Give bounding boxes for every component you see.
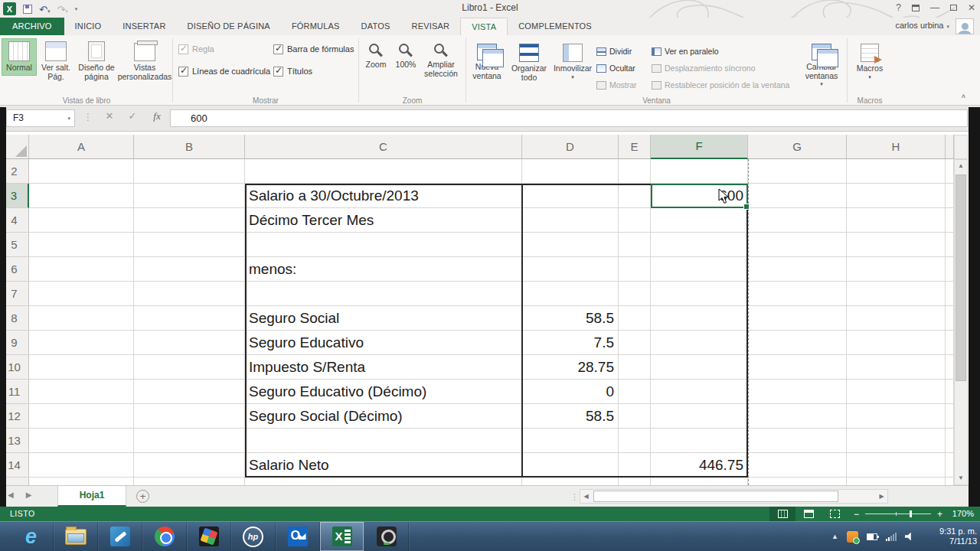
cell-C8[interactable]: Seguro Social xyxy=(245,306,522,331)
cell-B9[interactable] xyxy=(134,331,245,355)
column-header-C[interactable]: C xyxy=(245,135,522,159)
customize-toolbar-icon[interactable]: ▾ xyxy=(75,6,78,12)
cell-F5[interactable] xyxy=(651,233,748,257)
cell-B5[interactable] xyxy=(134,233,245,257)
cell-D12[interactable]: 58.5 xyxy=(522,404,619,429)
scroll-down-icon[interactable]: ▼ xyxy=(955,472,967,484)
help-icon[interactable]: ? xyxy=(896,2,901,14)
cell-F8[interactable] xyxy=(651,306,748,331)
checkbox-barra-de-formulas[interactable]: Barra de fórmulas xyxy=(273,41,354,57)
cell-H11[interactable] xyxy=(847,380,946,404)
cell-A3[interactable] xyxy=(29,184,134,208)
cell-H2[interactable] xyxy=(847,159,946,184)
vertical-scrollbar[interactable]: ▲ ▼ xyxy=(954,159,968,485)
cell-A8[interactable] xyxy=(29,306,134,331)
taskbar-internet-explorer[interactable]: e xyxy=(9,522,54,551)
cell-D8[interactable]: 58.5 xyxy=(522,306,619,331)
cell-G12[interactable] xyxy=(748,404,847,429)
cell-F4[interactable] xyxy=(651,208,748,233)
cell-C13[interactable] xyxy=(245,429,522,453)
name-box[interactable]: F3 ▾ xyxy=(6,109,75,127)
cell-G2[interactable] xyxy=(748,159,847,184)
cell-D14[interactable] xyxy=(522,453,619,478)
name-box-dropdown-icon[interactable]: ▾ xyxy=(67,116,70,122)
cell-G6[interactable] xyxy=(748,257,847,282)
cell-B4[interactable] xyxy=(134,208,245,233)
insert-function-icon[interactable]: fx xyxy=(148,110,166,122)
cell-C11[interactable]: Seguro Educativo (Décimo) xyxy=(245,380,522,404)
cell-E4[interactable] xyxy=(619,208,651,233)
taskbar-hp-support[interactable]: hp xyxy=(231,522,276,551)
cell-E13[interactable] xyxy=(619,429,651,453)
cell-B10[interactable] xyxy=(134,355,245,380)
cell-H7[interactable] xyxy=(847,282,946,306)
minimize-icon[interactable]: — xyxy=(930,2,939,14)
cell-E9[interactable] xyxy=(619,331,651,355)
cell-D10[interactable]: 28.75 xyxy=(522,355,619,380)
zoom-100-button[interactable]: 100% xyxy=(392,38,420,73)
cell-C2[interactable] xyxy=(245,159,522,184)
cell-D9[interactable]: 7.5 xyxy=(522,331,619,355)
cell-C3[interactable]: Salario a 30/Octubre/2013 xyxy=(245,184,522,208)
page-break-view-shortcut[interactable] xyxy=(822,507,848,521)
cell-F14[interactable]: 446.75 xyxy=(651,453,748,478)
scrollbar-splitter[interactable]: ⋮ xyxy=(570,492,579,502)
cell-H4[interactable] xyxy=(847,208,946,233)
battery-icon[interactable] xyxy=(867,533,877,540)
cell-H6[interactable] xyxy=(847,257,946,282)
cell-A15[interactable] xyxy=(29,478,134,485)
cell-F3[interactable]: 600 xyxy=(651,184,748,208)
tab-vista[interactable]: VISTA xyxy=(460,18,508,35)
new-sheet-icon[interactable]: + xyxy=(136,490,149,503)
vertical-scrollbar-thumb[interactable] xyxy=(956,174,966,381)
cell-G4[interactable] xyxy=(748,208,847,233)
cell-E15[interactable] xyxy=(619,478,651,485)
cell-F11[interactable] xyxy=(651,380,748,404)
cell-G10[interactable] xyxy=(748,355,847,380)
tab-archivo[interactable]: ARCHIVO xyxy=(0,18,64,35)
cell-A11[interactable] xyxy=(29,380,134,404)
cell-G15[interactable] xyxy=(748,478,847,485)
taskbar-excel-active[interactable]: X xyxy=(320,522,364,551)
tab-insertar[interactable]: INSERTAR xyxy=(112,18,176,35)
cell-A5[interactable] xyxy=(29,233,134,257)
zoom-out-icon[interactable]: − xyxy=(854,509,859,520)
cell-A7[interactable] xyxy=(29,282,134,306)
cell-F6[interactable] xyxy=(651,257,748,282)
cell-D5[interactable] xyxy=(522,233,619,257)
unhide-button[interactable]: Mostrar xyxy=(594,77,649,93)
redo-button[interactable]: ↷▾ xyxy=(57,2,67,16)
cell-F9[interactable] xyxy=(651,331,748,355)
antivirus-icon[interactable] xyxy=(847,531,858,543)
cell-A14[interactable] xyxy=(29,453,134,478)
cell-C15[interactable] xyxy=(245,478,522,485)
cell-G8[interactable] xyxy=(748,306,847,331)
cell-C5[interactable] xyxy=(245,233,522,257)
cell-E11[interactable] xyxy=(619,380,651,404)
save-icon[interactable] xyxy=(23,5,32,14)
cell-G5[interactable] xyxy=(748,233,847,257)
zoom-level[interactable]: 170% xyxy=(952,509,974,518)
synchronous-scrolling-button[interactable]: Desplazamiento síncrono xyxy=(649,60,799,77)
tab-complementos[interactable]: COMPLEMENTOS xyxy=(508,18,603,35)
cell-G9[interactable] xyxy=(748,331,847,355)
account-name[interactable]: carlos urbina▾ xyxy=(896,21,950,30)
cell-C10[interactable]: Impuesto S/Renta xyxy=(245,355,522,380)
prev-sheet-icon[interactable]: ◀ xyxy=(8,491,14,499)
cell-E3[interactable] xyxy=(619,184,651,208)
collapse-ribbon-icon[interactable]: ∧ xyxy=(961,93,966,99)
cell-D13[interactable] xyxy=(522,429,619,453)
column-header-F[interactable]: F xyxy=(651,135,748,159)
horizontal-scrollbar[interactable]: ◀ ▶ xyxy=(580,489,888,504)
normal-view-shortcut[interactable] xyxy=(769,507,795,521)
cell-F15[interactable] xyxy=(651,478,748,485)
cell-B13[interactable] xyxy=(134,429,245,453)
cell-G3[interactable] xyxy=(748,184,847,208)
view-side-by-side-button[interactable]: Ver en paralelo xyxy=(649,43,799,60)
cell-H10[interactable] xyxy=(847,355,946,380)
sheet-tab-hoja1[interactable]: Hoja1 xyxy=(57,486,126,507)
cell-B3[interactable] xyxy=(134,184,245,208)
cell-B12[interactable] xyxy=(134,404,245,429)
cell-D6[interactable] xyxy=(522,257,619,282)
cell-E6[interactable] xyxy=(619,257,651,282)
